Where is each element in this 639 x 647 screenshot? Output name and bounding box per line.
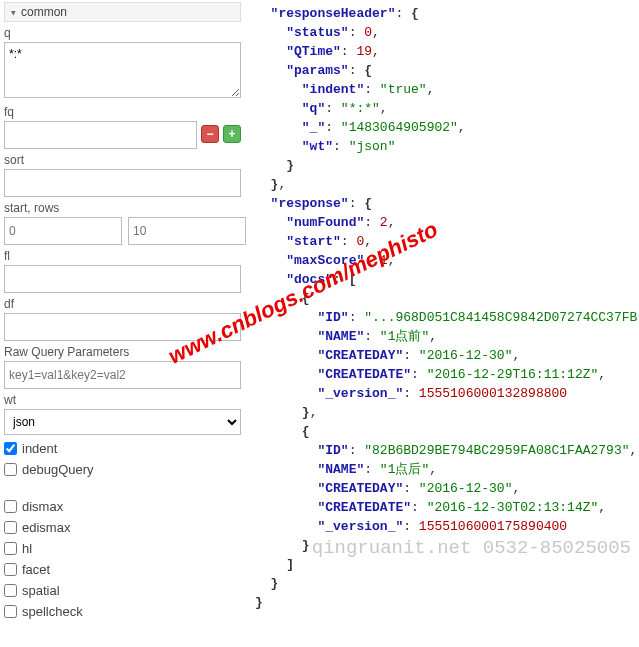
spatial-label: spatial [22, 583, 60, 598]
wt-label: wt [4, 393, 241, 407]
facet-checkbox[interactable] [4, 563, 17, 576]
hl-label: hl [22, 541, 32, 556]
rows-input[interactable] [128, 217, 246, 245]
fq-add-button[interactable]: + [223, 125, 241, 143]
q-label: q [4, 26, 241, 40]
spatial-checkbox[interactable] [4, 584, 17, 597]
hl-checkbox[interactable] [4, 542, 17, 555]
q-input[interactable]: *:* [4, 42, 241, 98]
raw-input[interactable] [4, 361, 241, 389]
wt-select[interactable]: json [4, 409, 241, 435]
spellcheck-label: spellcheck [22, 604, 83, 619]
facet-label: facet [22, 562, 50, 577]
fq-input[interactable] [4, 121, 197, 149]
indent-checkbox[interactable] [4, 442, 17, 455]
df-label: df [4, 297, 241, 311]
debugquery-checkbox[interactable] [4, 463, 17, 476]
fq-remove-button[interactable]: − [201, 125, 219, 143]
edismax-checkbox[interactable] [4, 521, 17, 534]
json-response: "responseHeader": { "status": 0, "QTime"… [255, 4, 639, 612]
df-input[interactable] [4, 313, 241, 341]
indent-label: indent [22, 441, 57, 456]
startrows-label: start, rows [4, 201, 241, 215]
start-input[interactable] [4, 217, 122, 245]
sort-input[interactable] [4, 169, 241, 197]
fl-input[interactable] [4, 265, 241, 293]
fl-label: fl [4, 249, 241, 263]
common-section-header[interactable]: common [4, 2, 241, 22]
dismax-label: dismax [22, 499, 63, 514]
debugquery-label: debugQuery [22, 462, 94, 477]
edismax-label: edismax [22, 520, 70, 535]
raw-label: Raw Query Parameters [4, 345, 241, 359]
dismax-checkbox[interactable] [4, 500, 17, 513]
spellcheck-checkbox[interactable] [4, 605, 17, 618]
sort-label: sort [4, 153, 241, 167]
fq-label: fq [4, 105, 241, 119]
